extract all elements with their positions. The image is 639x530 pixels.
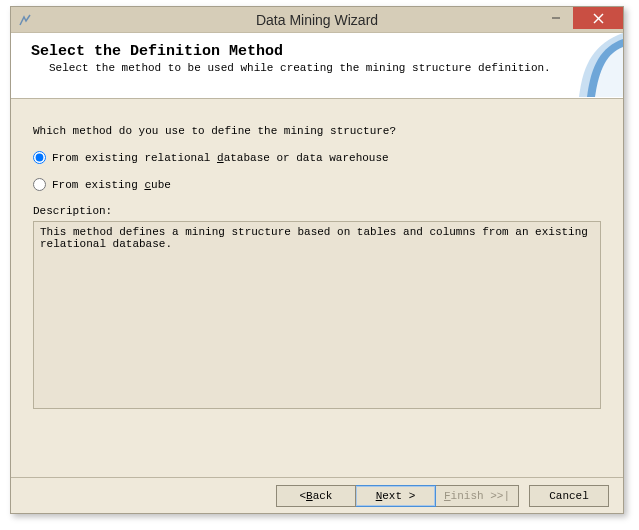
- wizard-header: Select the Definition Method Select the …: [11, 33, 623, 99]
- nav-button-group: < Back Next > Finish >>|: [276, 485, 519, 507]
- page-title: Select the Definition Method: [31, 43, 609, 60]
- close-button[interactable]: [573, 7, 623, 29]
- option-relational-radio[interactable]: [33, 151, 46, 164]
- description-box[interactable]: [33, 221, 601, 409]
- option-cube-label: From existing cube: [52, 179, 171, 191]
- option-cube-radio[interactable]: [33, 178, 46, 191]
- prompt-text: Which method do you use to define the mi…: [33, 125, 601, 137]
- cancel-button[interactable]: Cancel: [529, 485, 609, 507]
- finish-button: Finish >>|: [436, 485, 519, 507]
- wizard-window: Data Mining Wizard Select the Definition…: [10, 6, 624, 514]
- option-relational-database[interactable]: From existing relational database or dat…: [33, 151, 601, 164]
- back-button[interactable]: < Back: [276, 485, 356, 507]
- header-graphic: [565, 33, 623, 97]
- description-label: Description:: [33, 205, 601, 217]
- app-icon: [17, 12, 33, 28]
- option-existing-cube[interactable]: From existing cube: [33, 178, 601, 191]
- titlebar: Data Mining Wizard: [11, 7, 623, 33]
- wizard-footer: < Back Next > Finish >>| Cancel: [11, 477, 623, 513]
- minimize-button[interactable]: [539, 7, 573, 29]
- option-relational-label: From existing relational database or dat…: [52, 152, 389, 164]
- next-button[interactable]: Next >: [356, 485, 436, 507]
- page-subtitle: Select the method to be used while creat…: [49, 62, 609, 74]
- window-title: Data Mining Wizard: [11, 12, 623, 28]
- wizard-body: Which method do you use to define the mi…: [11, 99, 623, 477]
- window-buttons: [539, 7, 623, 29]
